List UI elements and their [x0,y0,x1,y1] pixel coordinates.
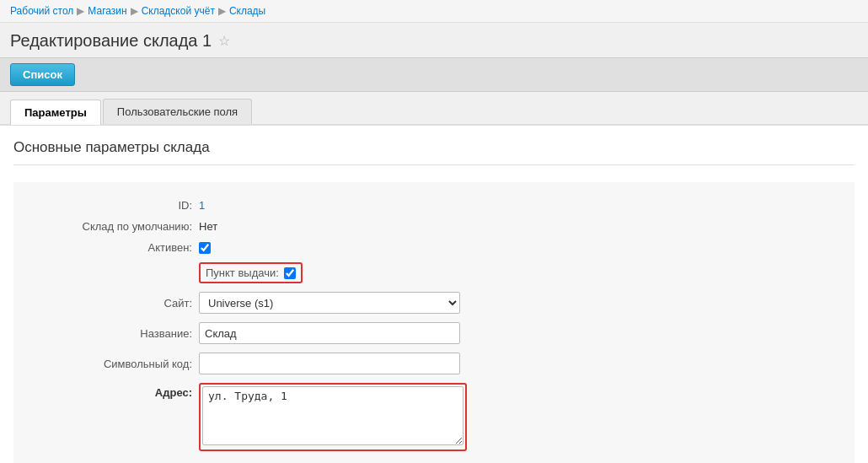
breadcrumb-item-warehouse[interactable]: Складской учёт [142,5,215,17]
pickup-highlight-box: Пункт выдачи: [199,262,303,283]
form-row-pickup: Пункт выдачи: [13,262,855,283]
main-content: Основные параметры склада ID: 1 Склад по… [0,126,868,463]
id-value: 1 [199,199,205,212]
form-row-name: Название: [13,322,855,344]
breadcrumb-item-warehouses[interactable]: Склады [229,5,265,17]
code-input[interactable] [199,353,460,374]
page-title: Редактирование склада 1 [10,31,212,51]
pickup-label: Пункт выдачи: [206,266,284,279]
name-label: Название: [30,327,199,340]
site-label: Сайт: [30,297,199,310]
form-row-address: Адрес: ул. Труда, 1 [13,383,855,451]
active-label: Активен: [30,241,199,254]
form-area: ID: 1 Склад по умолчанию: Нет Активен: П… [13,182,855,463]
site-select[interactable]: Universe (s1) Other [199,292,460,314]
code-label: Символьный код: [30,358,199,370]
id-label: ID: [30,199,199,212]
tabs-row: Параметры Пользовательские поля [0,92,868,126]
breadcrumb-item-desktop[interactable]: Рабочий стол [10,5,73,17]
form-row-code: Символьный код: [13,353,855,374]
form-row-id: ID: 1 [13,199,855,212]
form-row-default: Склад по умолчанию: Нет [13,220,855,233]
default-label: Склад по умолчанию: [30,220,199,233]
name-input[interactable] [199,322,460,344]
page-title-row: Редактирование склада 1 ☆ [0,23,868,57]
tab-parameters[interactable]: Параметры [10,100,101,125]
breadcrumb-sep-2: ▶ [131,5,138,17]
address-label: Адрес: [30,383,199,399]
list-button[interactable]: Список [10,63,75,86]
pickup-checkbox[interactable] [284,267,296,279]
breadcrumb-sep-3: ▶ [218,5,226,17]
form-row-site: Сайт: Universe (s1) Other [13,292,855,314]
section-title: Основные параметры склада [13,139,855,165]
breadcrumb-sep-1: ▶ [77,5,84,17]
breadcrumb: Рабочий стол ▶ Магазин ▶ Складской учёт … [0,0,868,23]
address-highlight-box: ул. Труда, 1 [199,383,467,451]
favorite-icon[interactable]: ☆ [218,33,230,49]
breadcrumb-item-shop[interactable]: Магазин [88,5,126,17]
active-checkbox[interactable] [199,242,211,254]
address-textarea[interactable]: ул. Труда, 1 [202,386,463,445]
tab-custom-fields[interactable]: Пользовательские поля [103,99,252,124]
form-row-active: Активен: [13,241,855,254]
toolbar: Список [0,57,868,92]
default-value: Нет [199,220,217,233]
